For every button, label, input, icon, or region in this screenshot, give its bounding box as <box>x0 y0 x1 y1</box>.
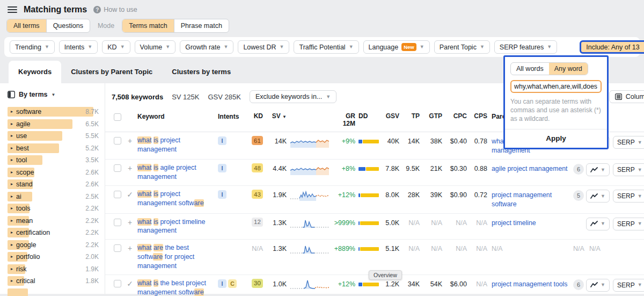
parent-topic-link[interactable]: project management tools <box>489 279 571 289</box>
hamburger-menu-icon[interactable] <box>8 6 17 13</box>
keyword-link[interactable]: what is project management software <box>137 190 216 208</box>
term-list-item[interactable]: ▸software8.7K <box>8 107 105 117</box>
col-dd[interactable]: DD <box>357 112 379 120</box>
tab-clusters-by-parent-topic[interactable]: Clusters by Parent Topic <box>61 61 162 83</box>
filter-label: Growth rate <box>185 44 220 51</box>
filter-parent-topic[interactable]: Parent Topic▼ <box>434 40 490 54</box>
mode-tab-terms-match[interactable]: Terms match <box>122 19 174 32</box>
trend-chart-button[interactable]: ▼ <box>586 190 610 203</box>
parent-topic-link[interactable]: project timeline <box>489 218 571 228</box>
filter-growth-rate[interactable]: Growth rate▼ <box>180 40 233 54</box>
col-cpc[interactable]: CPC <box>444 112 467 120</box>
col-kd[interactable]: KD <box>246 112 263 120</box>
col-gsv[interactable]: GSV <box>381 112 399 120</box>
add-to-list-icon[interactable]: + <box>125 163 135 172</box>
col-sv[interactable]: SV ▼ <box>265 112 287 120</box>
tab-keywords[interactable]: Keywords <box>9 61 61 83</box>
filter-serp-features[interactable]: SERP features▼ <box>494 40 557 54</box>
add-to-list-icon[interactable]: + <box>125 136 135 145</box>
col-tp[interactable]: TP <box>401 112 420 120</box>
expand-icon: ▸ <box>11 264 13 274</box>
added-check-icon[interactable]: ✓ <box>125 190 135 198</box>
serp-button[interactable]: SERP▼ <box>613 163 644 176</box>
keyword-link[interactable]: what is project management <box>137 136 216 154</box>
term-list-item[interactable]: ▸use5.5K <box>8 131 105 141</box>
term-list-item[interactable]: ▸google2.2K <box>8 240 105 250</box>
keyword-link[interactable]: what is the best project management soft… <box>137 279 216 296</box>
term-list-item[interactable]: ▸ai2.5K <box>8 192 105 201</box>
parent-topic-link[interactable]: agile project management <box>489 163 571 174</box>
term-list-item[interactable]: ▸tool3.5K <box>8 155 105 165</box>
filter-language[interactable]: LanguageNew▼ <box>363 40 430 54</box>
columns-button[interactable]: Columns <box>609 90 644 103</box>
scope-tab-all-terms[interactable]: All terms <box>7 19 47 32</box>
include-filter-chip[interactable]: Include: Any of 13 ✕ <box>580 40 644 54</box>
apply-button[interactable]: Apply <box>505 129 607 148</box>
term-list-item[interactable]: ▸certification2.2K <box>8 228 105 237</box>
term-list-item[interactable]: ▸portfolio2.0K <box>8 252 105 262</box>
filter-traffic-potential[interactable]: Traffic Potential▼ <box>294 40 358 54</box>
row-checkbox[interactable] <box>114 137 121 145</box>
intent-badge-i: I <box>218 164 226 172</box>
term-count: 1.8K <box>85 276 99 286</box>
exclude-keywords-button[interactable]: Exclude keywords in... ▼ <box>250 90 336 103</box>
how-to-use-link[interactable]: ? How to use <box>93 6 137 13</box>
row-checkbox[interactable] <box>114 164 121 172</box>
term-list-item[interactable]: ▸stand2.6K <box>8 179 105 189</box>
chevron-down-icon: ▼ <box>638 168 642 172</box>
filter-volume[interactable]: Volume▼ <box>135 40 176 54</box>
parent-topic-link[interactable]: project management software <box>489 190 571 209</box>
serp-button[interactable]: SERP▼ <box>613 190 644 203</box>
term-list-item[interactable]: ▸mean2.2K <box>8 216 105 226</box>
gtp-cell: N/A <box>422 218 442 227</box>
add-to-list-icon[interactable]: + <box>125 243 135 252</box>
term-list-item[interactable]: ▸critical1.8K <box>8 276 105 286</box>
word-match-tab-any-word[interactable]: Any word <box>549 63 588 75</box>
filter-trending[interactable]: Trending▼ <box>10 40 55 54</box>
serp-button[interactable]: SERP▼ <box>613 136 644 149</box>
col-keyword[interactable]: Keyword <box>137 112 216 121</box>
chevron-down-icon: ▼ <box>480 45 485 49</box>
filter-kd[interactable]: KD▼ <box>102 40 130 54</box>
filter-lowest-dr[interactable]: Lowest DR▼ <box>238 40 289 54</box>
gsv-cell: 7.8K <box>381 163 399 172</box>
row-checkbox[interactable] <box>114 219 121 226</box>
filter-intents[interactable]: Intents▼ <box>59 40 98 54</box>
row-checkbox[interactable] <box>114 191 121 198</box>
term-list-item[interactable]: ▸agile6.5K <box>8 119 105 129</box>
intent-badge-i: I <box>218 136 226 145</box>
added-check-icon[interactable]: ✓ <box>125 279 135 287</box>
add-to-list-icon[interactable]: + <box>125 218 135 226</box>
tp-cell: 34K <box>401 279 420 288</box>
serp-button[interactable]: SERP▼ <box>613 218 644 230</box>
col-cps[interactable]: CPS <box>469 112 487 120</box>
term-list-item[interactable]: ▸tools2.2K <box>8 204 105 213</box>
col-intents[interactable]: Intents <box>218 112 244 120</box>
keyword-link[interactable]: what is agile project management <box>137 163 216 182</box>
keyword-link[interactable]: what is project timeline management <box>137 218 216 236</box>
serp-button[interactable]: SERP▼ <box>613 279 644 292</box>
select-all-checkbox[interactable] <box>114 113 121 121</box>
term-list-item[interactable] <box>8 288 105 296</box>
word-match-tab-all-words[interactable]: All words <box>511 63 549 75</box>
sidebar-view-selector[interactable]: By terms ▼ <box>0 91 105 107</box>
term-list-item[interactable]: ▸risk1.9K <box>8 264 105 274</box>
keyword-link[interactable]: what are the best software for project m… <box>137 243 216 271</box>
highlighted-term: what <box>137 164 151 171</box>
col-gtp[interactable]: GTP <box>422 112 442 120</box>
scope-tab-questions[interactable]: Questions <box>47 19 90 32</box>
col-gr12m[interactable]: GR 12M <box>332 112 355 127</box>
trend-chart-button[interactable]: ▼ <box>586 163 610 176</box>
term-list-item[interactable]: ▸scope2.6K <box>8 168 105 177</box>
trend-chart-button[interactable]: ▼ <box>586 279 610 292</box>
term-list-item[interactable]: ▸best5.2K <box>8 143 105 153</box>
trend-chart-button[interactable]: ▼ <box>586 218 610 230</box>
row-checkbox[interactable] <box>114 280 121 287</box>
highlighted-term: are <box>153 244 163 251</box>
include-terms-input[interactable] <box>510 80 602 93</box>
row-checkbox[interactable] <box>114 244 121 252</box>
sv-total: SV 125K <box>172 93 199 101</box>
dd-mobile-segment <box>360 247 379 251</box>
mode-tab-phrase-match[interactable]: Phrase match <box>174 19 229 32</box>
tab-clusters-by-terms[interactable]: Clusters by terms <box>162 61 240 83</box>
